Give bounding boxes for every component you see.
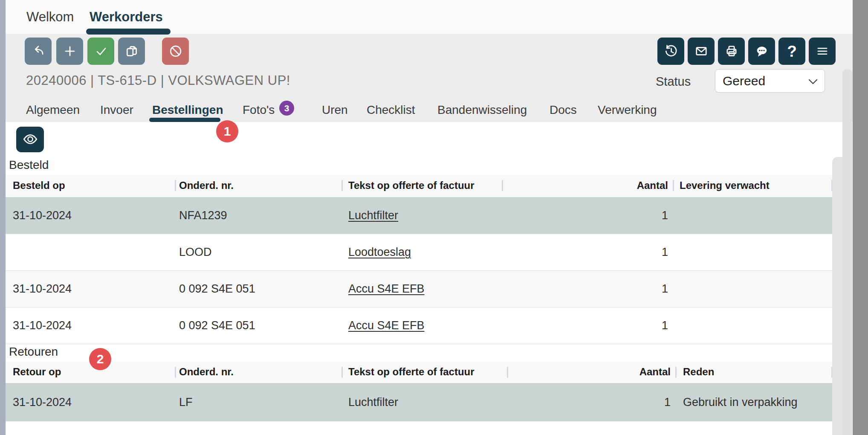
cell-aantal: 1 [502, 246, 673, 259]
tab-verwerking[interactable]: Verwerking [598, 103, 657, 117]
cancel-button[interactable] [162, 38, 189, 65]
retouren-table: Retour op Onderd. nr. Tekst op offerte o… [6, 362, 838, 421]
tab-bestellingen[interactable]: Bestellingen [152, 103, 223, 117]
column-header: Onderd. nr. [175, 180, 341, 191]
tab-welkom[interactable]: Welkom [26, 9, 74, 25]
hamburger-icon [815, 44, 830, 59]
table-row[interactable]: 31-10-2024 0 092 S4E 051 Accu S4E EFB 1 [6, 307, 838, 344]
header-divider [341, 180, 343, 191]
menu-button[interactable] [809, 38, 836, 65]
column-header: Retour op [6, 366, 175, 378]
besteld-rows: 31-10-2024 NFA1239 Luchtfilter 1 LOOD Lo… [6, 197, 838, 344]
cell-besteld-op: 31-10-2024 [6, 282, 175, 296]
cell-reden: Gebruikt in verpakking [675, 396, 838, 409]
header-divider [675, 367, 677, 378]
help-button[interactable]: ? [778, 38, 805, 65]
bestellingen-count-badge: 1 [216, 120, 238, 142]
cell-onderd-nr: LF [175, 396, 341, 409]
chevron-down-icon [808, 79, 818, 84]
active-subtab-underline [149, 118, 220, 122]
cell-retour-op: 31-10-2024 [6, 396, 175, 409]
mail-icon [694, 44, 709, 59]
cell-onderd-nr: 0 092 S4E 051 [175, 319, 341, 332]
tab-bandenwisseling[interactable]: Bandenwisseling [437, 103, 527, 117]
status-label: Status [656, 75, 691, 89]
header-divider [341, 367, 343, 378]
undo-button[interactable] [25, 38, 52, 65]
check-icon [93, 44, 109, 59]
cell-aantal: 1 [502, 319, 673, 332]
fotos-count-badge: 3 [279, 101, 294, 116]
printer-icon [724, 44, 739, 59]
cell-aantal: 1 [502, 209, 673, 222]
table-row[interactable]: 31-10-2024 0 092 S4E 051 Accu S4E EFB 1 [6, 270, 838, 307]
right-gutter [853, 0, 868, 435]
confirm-button[interactable] [87, 38, 114, 65]
cell-onderd-nr: NFA1239 [175, 209, 341, 222]
ban-icon [168, 44, 183, 59]
email-button[interactable] [688, 38, 715, 65]
header-divider [673, 180, 674, 191]
cell-besteld-op: 31-10-2024 [6, 319, 175, 332]
header-divider [502, 180, 503, 191]
history-icon [663, 44, 679, 59]
besteld-table: Besteld op Onderd. nr. Tekst op offerte … [6, 175, 838, 344]
status-select[interactable]: Gereed [715, 69, 825, 93]
column-header: Levering verwacht [673, 180, 838, 191]
tab-uren[interactable]: Uren [322, 103, 348, 117]
table-row[interactable]: 31-10-2024 NFA1239 Luchtfilter 1 [6, 197, 838, 234]
tab-werkorders[interactable]: Werkorders [90, 9, 163, 25]
retouren-rows: 31-10-2024 LF Luchtfilter 1 Gebruikt in … [6, 383, 838, 421]
cell-link[interactable]: Loodtoeslag [348, 246, 411, 258]
header-divider [175, 180, 176, 191]
scrollbar-thumb-outer[interactable] [842, 69, 852, 435]
window-tab-bar: Welkom Werkorders [6, 0, 853, 34]
cell-tekst: Luchtfilter [341, 396, 507, 409]
content-area: Besteld Besteld op Onderd. nr. Tekst op … [6, 122, 853, 435]
tab-invoer[interactable]: Invoer [100, 103, 133, 117]
left-edge-strip [0, 0, 6, 435]
copy-button[interactable] [118, 38, 145, 65]
history-button[interactable] [657, 38, 684, 65]
view-button[interactable] [16, 127, 44, 152]
column-header: Reden [675, 366, 838, 378]
column-header: Onderd. nr. [175, 366, 341, 378]
cell-link[interactable]: Luchtfilter [348, 209, 398, 222]
tab-docs[interactable]: Docs [550, 103, 577, 117]
retouren-count-badge: 2 [89, 348, 111, 370]
cell-link[interactable]: Accu S4E EFB [348, 282, 425, 295]
scrollbar-thumb-inner[interactable] [832, 157, 843, 435]
active-tab-underline [86, 29, 171, 35]
workorder-title: 20240006 | TS-615-D | VOLKSWAGEN UP! [26, 73, 290, 88]
tab-algemeen[interactable]: Algemeen [26, 103, 80, 117]
plus-icon [62, 44, 78, 59]
eye-icon [22, 131, 38, 148]
chat-button[interactable] [748, 38, 775, 65]
column-header: Tekst op offerte of factuur [341, 180, 502, 191]
add-button[interactable] [56, 38, 83, 65]
chat-icon [754, 44, 770, 59]
column-header: Tekst op offerte of factuur [341, 366, 507, 378]
tab-checklist[interactable]: Checklist [367, 103, 415, 117]
status-value: Gereed [723, 74, 765, 88]
header-divider [175, 367, 176, 378]
question-icon: ? [787, 44, 797, 59]
retouren-heading: Retouren [9, 345, 58, 359]
cell-onderd-nr: LOOD [175, 246, 341, 259]
besteld-heading: Besteld [9, 158, 49, 172]
cell-link[interactable]: Accu S4E EFB [348, 319, 425, 332]
retouren-header-row: Retour op Onderd. nr. Tekst op offerte o… [6, 362, 838, 382]
table-row[interactable]: 31-10-2024 LF Luchtfilter 1 Gebruikt in … [6, 383, 838, 421]
undo-icon [31, 44, 46, 59]
app-window: Welkom Werkorders [0, 0, 868, 435]
cell-aantal: 1 [507, 396, 675, 409]
toolbar: ? 20240006 | TS-615-D | VOLKSWAGEN UP! S… [6, 34, 853, 122]
print-button[interactable] [718, 38, 745, 65]
table-row[interactable]: LOOD Loodtoeslag 1 [6, 234, 838, 270]
cell-besteld-op: 31-10-2024 [6, 209, 175, 222]
besteld-header-row: Besteld op Onderd. nr. Tekst op offerte … [6, 175, 838, 196]
header-divider [507, 367, 508, 378]
tab-fotos[interactable]: Foto's [243, 103, 275, 117]
column-header: Besteld op [6, 180, 175, 191]
cell-aantal: 1 [502, 282, 673, 296]
